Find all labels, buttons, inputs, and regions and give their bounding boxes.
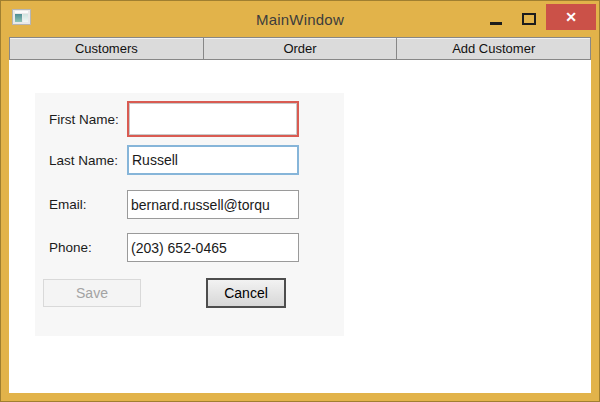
minimize-icon bbox=[490, 22, 502, 25]
tab-order[interactable]: Order bbox=[203, 37, 398, 60]
main-window: MainWindow ✕ Customers Order Add Custome… bbox=[0, 0, 600, 402]
phone-input[interactable] bbox=[127, 233, 299, 262]
title-bar: MainWindow ✕ bbox=[1, 1, 599, 37]
first-name-row: First Name: bbox=[35, 101, 344, 137]
tab-add-customer[interactable]: Add Customer bbox=[396, 37, 591, 60]
first-name-label: First Name: bbox=[35, 112, 127, 127]
close-button[interactable]: ✕ bbox=[546, 4, 596, 30]
email-label: Email: bbox=[35, 197, 127, 212]
save-button[interactable]: Save bbox=[43, 279, 141, 307]
content-area: First Name: Last Name: Email: Phone: Sav… bbox=[9, 60, 591, 393]
first-name-input[interactable] bbox=[127, 101, 299, 137]
minimize-button[interactable] bbox=[485, 9, 507, 29]
cancel-button[interactable]: Cancel bbox=[206, 278, 286, 308]
window-title: MainWindow bbox=[1, 1, 599, 37]
tab-order-label: Order bbox=[283, 41, 316, 56]
form-buttons: Save Cancel bbox=[35, 278, 344, 308]
tab-customers[interactable]: Customers bbox=[9, 37, 204, 60]
email-input[interactable] bbox=[127, 190, 299, 219]
add-customer-form: First Name: Last Name: Email: Phone: Sav… bbox=[35, 93, 344, 336]
maximize-icon bbox=[522, 13, 536, 25]
phone-label: Phone: bbox=[35, 240, 127, 255]
phone-row: Phone: bbox=[35, 233, 344, 262]
tab-customers-label: Customers bbox=[75, 41, 138, 56]
last-name-row: Last Name: bbox=[35, 145, 344, 175]
nav-bar: Customers Order Add Customer bbox=[9, 37, 591, 60]
close-icon: ✕ bbox=[565, 9, 577, 25]
last-name-input[interactable] bbox=[127, 145, 299, 175]
last-name-label: Last Name: bbox=[35, 153, 127, 168]
email-row: Email: bbox=[35, 190, 344, 219]
tab-add-customer-label: Add Customer bbox=[452, 41, 535, 56]
maximize-button[interactable] bbox=[517, 9, 541, 29]
